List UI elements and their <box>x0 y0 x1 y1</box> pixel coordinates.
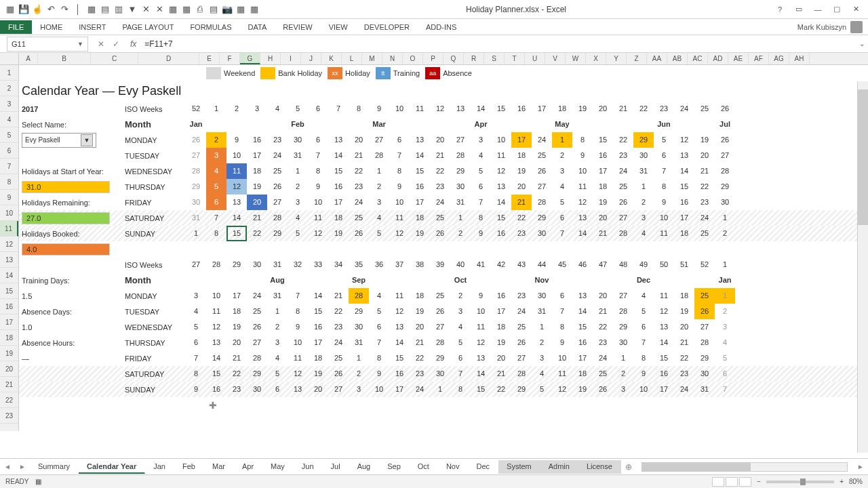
cell[interactable]: 25 <box>430 210 450 226</box>
cell[interactable]: 4 <box>267 350 288 366</box>
cell[interactable]: 26 <box>430 304 450 319</box>
cell[interactable]: 19 <box>694 132 715 148</box>
cell[interactable]: 29 <box>186 179 206 195</box>
cell[interactable]: 18 <box>491 319 511 335</box>
cell[interactable]: 12 <box>206 319 226 335</box>
col-header-V[interactable]: V <box>545 53 566 64</box>
cell[interactable]: May <box>552 117 572 132</box>
cell[interactable]: 18 <box>572 366 593 382</box>
cell[interactable]: 3 <box>288 195 308 210</box>
minimize-icon[interactable]: — <box>810 3 826 16</box>
cell[interactable]: Jul <box>715 117 735 132</box>
cell[interactable]: 17 <box>572 350 593 366</box>
row-header-5[interactable]: 5 <box>0 127 18 143</box>
cell[interactable]: 10 <box>572 163 593 179</box>
cell[interactable]: 3 <box>715 319 735 335</box>
cell[interactable]: Dec <box>633 272 654 288</box>
cell[interactable]: 13 <box>450 101 471 117</box>
cell[interactable]: 10 <box>288 335 308 350</box>
cell[interactable]: 16 <box>328 179 349 195</box>
qat-btn-11[interactable]: ▦ <box>248 3 260 16</box>
cell[interactable]: 33 <box>308 257 328 272</box>
col-header-I[interactable]: I <box>281 53 301 64</box>
cell[interactable]: 31 <box>288 148 308 163</box>
cell[interactable]: 2 <box>349 366 369 382</box>
cell[interactable]: 2 <box>288 179 308 195</box>
cell[interactable]: 9 <box>288 319 308 335</box>
cell[interactable]: 13 <box>226 195 247 210</box>
cell[interactable]: 16 <box>410 179 430 195</box>
cell[interactable]: 1 <box>715 210 735 226</box>
cell[interactable]: 9 <box>389 179 410 195</box>
cell[interactable]: 27 <box>186 257 206 272</box>
cell[interactable]: 8 <box>572 132 593 148</box>
cell[interactable]: 21 <box>410 335 430 350</box>
cell[interactable]: 13 <box>471 350 491 366</box>
cell[interactable]: 20 <box>674 319 694 335</box>
cell[interactable]: 26 <box>511 335 532 350</box>
cell[interactable]: 2 <box>532 335 552 350</box>
cell[interactable]: 14 <box>471 101 491 117</box>
cell[interactable]: 1 <box>288 163 308 179</box>
cell[interactable]: 7 <box>288 288 308 304</box>
cell[interactable]: 9 <box>572 148 593 163</box>
cell[interactable]: 31 <box>186 210 206 226</box>
cell[interactable]: 7 <box>471 195 491 210</box>
cell[interactable]: 27 <box>613 210 633 226</box>
row-header-1[interactable]: 1 <box>0 65 18 81</box>
cell[interactable]: 29 <box>267 226 288 241</box>
page-layout-view-button[interactable] <box>726 477 738 487</box>
cell[interactable]: 11 <box>654 288 674 304</box>
sheet-tab-aug[interactable]: Aug <box>349 460 380 474</box>
cell[interactable]: 2 <box>267 319 288 335</box>
cell[interactable]: 1 <box>369 163 389 179</box>
cell[interactable]: 21 <box>674 335 694 350</box>
cell[interactable]: 19 <box>572 101 593 117</box>
cell[interactable]: 29 <box>450 163 471 179</box>
cell[interactable]: 13 <box>572 210 593 226</box>
cell[interactable]: Sep <box>349 272 369 288</box>
col-header-AE[interactable]: AE <box>728 53 749 64</box>
cell[interactable]: 11 <box>308 210 328 226</box>
sheet-tab-apr[interactable]: Apr <box>234 460 262 474</box>
cell[interactable]: 27 <box>532 179 552 195</box>
col-header-Z[interactable]: Z <box>627 53 647 64</box>
cell[interactable]: 4 <box>633 226 654 241</box>
cell[interactable]: 13 <box>328 132 349 148</box>
cell[interactable]: 4 <box>471 148 491 163</box>
cell[interactable]: 5 <box>267 366 288 382</box>
cell[interactable]: 31 <box>349 335 369 350</box>
col-header-J[interactable]: J <box>301 53 321 64</box>
cell[interactable]: 30 <box>186 195 206 210</box>
cell[interactable]: 8 <box>308 163 328 179</box>
row-header-13[interactable]: 13 <box>0 252 18 268</box>
tab-developer[interactable]: DEVELOPER <box>356 20 418 34</box>
cell[interactable]: 16 <box>247 132 267 148</box>
cell[interactable]: 5 <box>288 226 308 241</box>
cell[interactable]: 13 <box>491 179 511 195</box>
cell[interactable]: 4 <box>267 101 288 117</box>
cell[interactable]: 19 <box>491 335 511 350</box>
cell[interactable]: 15 <box>674 179 694 195</box>
qat-btn-3[interactable]: ▥ <box>113 3 125 16</box>
cell[interactable]: 12 <box>288 366 308 382</box>
cell[interactable]: 23 <box>267 132 288 148</box>
cell[interactable]: 22 <box>430 163 450 179</box>
cell[interactable]: 3 <box>267 335 288 350</box>
cell[interactable]: 6 <box>471 179 491 195</box>
cell[interactable]: 24 <box>267 148 288 163</box>
cell[interactable]: 19 <box>572 382 593 397</box>
ribbon-options-icon[interactable]: ▭ <box>791 3 807 16</box>
cell[interactable]: 1 <box>715 288 735 304</box>
macro-rec-icon[interactable]: ▦ <box>35 478 41 485</box>
cell[interactable]: 15 <box>654 350 674 366</box>
cell[interactable]: 23 <box>430 179 450 195</box>
sheet-tab-calendar-year[interactable]: Calendar Year <box>79 460 145 474</box>
cell[interactable]: 18 <box>552 101 572 117</box>
cell[interactable]: 12 <box>430 101 450 117</box>
cell[interactable]: 14 <box>471 366 491 382</box>
cell[interactable]: 4 <box>288 210 308 226</box>
cell[interactable]: 21 <box>694 163 715 179</box>
cell[interactable]: 22 <box>613 132 633 148</box>
cell[interactable]: 24 <box>511 304 532 319</box>
